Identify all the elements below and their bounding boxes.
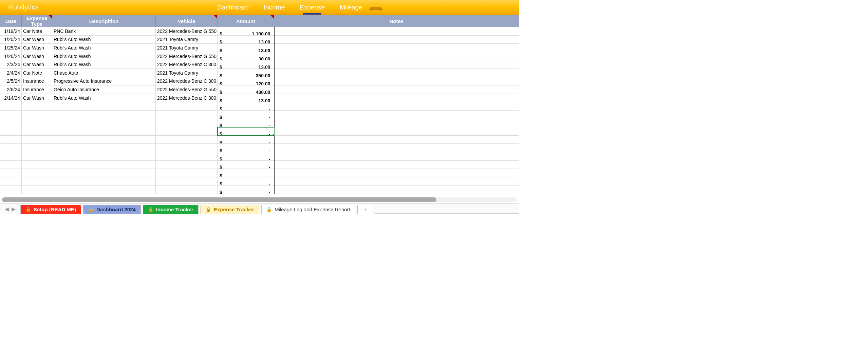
cell-vehicle[interactable]: 2022 Mercedes-Benz G 550 (156, 85, 218, 94)
cell-notes[interactable] (274, 110, 519, 119)
cell-vehicle[interactable]: 2022 Mercedes-Benz C 300 (156, 77, 218, 85)
cell-vehicle[interactable] (156, 177, 218, 186)
cell-description[interactable] (52, 186, 156, 194)
cell-date[interactable] (0, 119, 22, 127)
cell-expense-type[interactable]: Car Wash (22, 52, 52, 60)
col-amount[interactable]: Amount (218, 15, 274, 27)
cell-description[interactable]: Rubi's Auto Wash (52, 60, 156, 69)
cell-expense-type[interactable]: Car Note (22, 27, 52, 36)
nav-income[interactable]: Income (264, 4, 285, 11)
cell-date[interactable] (0, 135, 22, 144)
cell-expense-type[interactable] (22, 102, 52, 111)
cell-description[interactable] (52, 169, 156, 177)
col-description[interactable]: Descripition (52, 15, 156, 27)
cell-amount[interactable]: $- (218, 102, 274, 111)
cell-notes[interactable] (274, 85, 519, 94)
cell-notes[interactable] (274, 69, 519, 77)
sheet-tab[interactable]: 🔒Setup (READ ME) (20, 205, 81, 214)
cell-expense-type[interactable] (22, 127, 52, 136)
cell-description[interactable] (52, 127, 156, 136)
cell-vehicle[interactable]: 2022 Mercedes-Benz C 300 (156, 94, 218, 102)
cell-notes[interactable] (274, 27, 519, 36)
cell-date[interactable] (0, 186, 22, 194)
cell-description[interactable]: Rubi's Auto Wash (52, 94, 156, 102)
cell-amount[interactable]: $- (218, 160, 274, 169)
nav-mileage[interactable]: Mileage (340, 4, 362, 11)
cell-vehicle[interactable] (156, 160, 218, 169)
cell-vehicle[interactable] (156, 110, 218, 119)
sheet-tab[interactable]: 🔒Mileage Log and Expense Report (261, 205, 355, 214)
cell-notes[interactable] (274, 52, 519, 60)
cell-amount[interactable]: $120.00 (218, 77, 274, 85)
cell-description[interactable]: Geico Auto Insurance (52, 85, 156, 94)
cell-date[interactable] (0, 152, 22, 160)
cell-date[interactable]: 1/19/24 (0, 27, 22, 36)
cell-notes[interactable] (274, 94, 519, 102)
sheet-next-arrow-icon[interactable]: ▶ (12, 206, 16, 212)
cell-vehicle[interactable] (156, 186, 218, 194)
cell-date[interactable]: 2/4/24 (0, 69, 22, 77)
cell-description[interactable] (52, 135, 156, 144)
cell-expense-type[interactable] (22, 110, 52, 119)
cell-vehicle[interactable]: 2021 Toyota Camry (156, 69, 218, 77)
cell-date[interactable] (0, 127, 22, 136)
cell-description[interactable] (52, 144, 156, 152)
cell-notes[interactable] (274, 44, 519, 52)
sheet-tab[interactable]: 🔒Income Tracker (143, 205, 199, 214)
cell-vehicle[interactable]: 2021 Toyota Camry (156, 35, 218, 44)
cell-notes[interactable] (274, 169, 519, 177)
col-expense-type[interactable]: Expense Type (22, 15, 52, 27)
cell-description[interactable] (52, 152, 156, 160)
cell-notes[interactable] (274, 102, 519, 111)
cell-amount[interactable]: $- (218, 177, 274, 186)
cell-expense-type[interactable]: Insurance (22, 77, 52, 85)
cell-notes[interactable] (274, 77, 519, 85)
cell-amount[interactable]: $13.00 (218, 60, 274, 69)
col-notes[interactable]: Notes (274, 15, 519, 27)
cell-vehicle[interactable] (156, 144, 218, 152)
cell-description[interactable]: Progressive Auto Insurance (52, 77, 156, 85)
nav-dashboard[interactable]: Dashboard (217, 4, 249, 11)
cell-notes[interactable] (274, 160, 519, 169)
cell-date[interactable] (0, 177, 22, 186)
cell-vehicle[interactable] (156, 152, 218, 160)
cell-amount[interactable]: $- (218, 152, 274, 160)
cell-description[interactable]: Rubi's Auto Wash (52, 35, 156, 44)
cell-amount[interactable]: $- (218, 144, 274, 152)
cell-expense-type[interactable] (22, 177, 52, 186)
cell-amount[interactable]: $- (218, 127, 274, 136)
cell-description[interactable]: PNC Bank (52, 27, 156, 36)
nav-expense[interactable]: Expense (300, 4, 325, 11)
cell-vehicle[interactable] (156, 169, 218, 177)
cell-notes[interactable] (274, 127, 519, 136)
horizontal-scrollbar-thumb[interactable] (2, 197, 436, 202)
cell-vehicle[interactable] (156, 127, 218, 136)
cell-expense-type[interactable]: Car Wash (22, 94, 52, 102)
cell-amount[interactable]: $- (218, 186, 274, 194)
expense-table[interactable]: Date Expense Type Descripition Vehicle A… (0, 15, 519, 194)
cell-notes[interactable] (274, 144, 519, 152)
cell-date[interactable] (0, 102, 22, 111)
cell-amount[interactable]: $350.00 (218, 69, 274, 77)
cell-expense-type[interactable]: Car Note (22, 69, 52, 77)
cell-notes[interactable] (274, 152, 519, 160)
cell-notes[interactable] (274, 60, 519, 69)
cell-date[interactable]: 1/20/24 (0, 35, 22, 44)
cell-date[interactable] (0, 110, 22, 119)
cell-date[interactable]: 2/6/24 (0, 85, 22, 94)
cell-description[interactable] (52, 119, 156, 127)
cell-notes[interactable] (274, 119, 519, 127)
cell-amount[interactable]: $- (218, 135, 274, 144)
cell-expense-type[interactable] (22, 152, 52, 160)
cell-vehicle[interactable]: 2022 Mercedes-Benz G 550 (156, 52, 218, 60)
add-sheet-tab[interactable]: + (357, 205, 373, 214)
cell-notes[interactable] (274, 35, 519, 44)
sheet-prev-arrow-icon[interactable]: ◀ (5, 206, 9, 212)
cell-notes[interactable] (274, 186, 519, 194)
cell-vehicle[interactable]: 2021 Toyota Camry (156, 44, 218, 52)
cell-date[interactable]: 1/26/24 (0, 52, 22, 60)
cell-expense-type[interactable] (22, 135, 52, 144)
cell-amount[interactable]: $13.00 (218, 35, 274, 44)
sheet-tab[interactable]: 🔒Expense Tracker (201, 205, 259, 214)
cell-date[interactable] (0, 160, 22, 169)
